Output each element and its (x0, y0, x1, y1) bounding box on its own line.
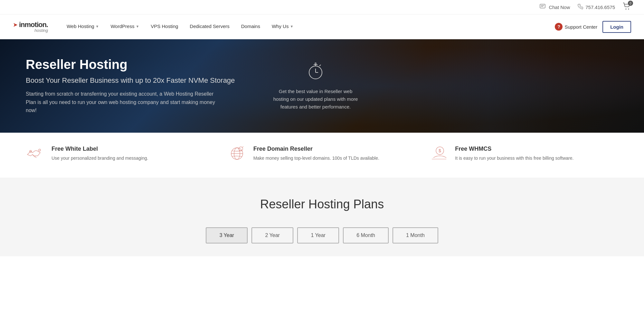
support-center-link[interactable]: ? Support Center (555, 23, 597, 31)
phone-icon (578, 4, 583, 11)
handshake-icon (26, 146, 45, 165)
feature-white-label: Free White Label Use your personalized b… (26, 146, 215, 165)
chat-icon (540, 4, 547, 11)
nav-item-dedicated-servers[interactable]: Dedicated Servers (184, 14, 235, 39)
nav-item-why-us[interactable]: Why Us ▼ (266, 14, 299, 39)
globe-icon (228, 146, 247, 165)
feature-domain-reseller-desc: Make money selling top-level domains. 10… (253, 155, 379, 162)
nav-label-vps-hosting: VPS Hosting (151, 24, 178, 29)
login-button[interactable]: Login (602, 21, 631, 33)
site-logo[interactable]: ➤ inmotion. hosting (13, 18, 48, 36)
nav-item-wordpress[interactable]: WordPress ▼ (105, 14, 145, 39)
svg-line-18 (242, 147, 243, 147)
phone-number: 757.416.6575 (578, 4, 615, 11)
cart-icon[interactable]: 0 (623, 3, 631, 12)
nav-item-domains[interactable]: Domains (235, 14, 266, 39)
feature-domain-reseller: Free Domain Reseller Make money selling … (228, 146, 417, 165)
logo-text-inmotion: inmotion. (19, 21, 48, 28)
hero-subtitle: Boost Your Reseller Business with up to … (26, 76, 251, 85)
support-icon: ? (555, 23, 563, 31)
plan-tab-6month[interactable]: 6 Month (343, 227, 389, 243)
chevron-down-icon: ▼ (290, 24, 293, 28)
nav-label-dedicated-servers: Dedicated Servers (190, 24, 229, 29)
plans-title: Reseller Hosting Plans (13, 197, 631, 211)
nav-item-web-hosting[interactable]: Web Hosting ▼ (61, 14, 105, 39)
svg-point-3 (626, 9, 627, 10)
chevron-down-icon: ▼ (136, 24, 139, 28)
phone-number-text: 757.416.6575 (585, 5, 615, 10)
plan-tab-1month[interactable]: 1 Month (393, 227, 438, 243)
main-nav: ➤ inmotion. hosting Web Hosting ▼ WordPr… (0, 14, 644, 39)
hero-side-panel: Get the best value in Reseller web hosti… (270, 62, 361, 111)
nav-item-vps-hosting[interactable]: VPS Hosting (145, 14, 184, 39)
hero-side-description: Get the best value in Reseller web hosti… (270, 88, 361, 111)
chat-now-button[interactable]: Chat Now (540, 4, 570, 11)
feature-whmcs: $ Free WHMCS It is easy to run your busi… (429, 146, 618, 165)
svg-text:$: $ (439, 148, 441, 153)
svg-line-10 (319, 65, 321, 66)
nav-label-wordpress: WordPress (110, 24, 134, 29)
svg-point-13 (39, 149, 41, 151)
nav-items: Web Hosting ▼ WordPress ▼ VPS Hosting De… (61, 14, 555, 39)
hero-description: Starting from scratch or transferring yo… (26, 90, 219, 115)
plan-tab-3year[interactable]: 3 Year (206, 227, 248, 243)
feature-whmcs-title: Free WHMCS (455, 146, 573, 152)
plans-section: Reseller Hosting Plans 3 Year 2 Year 1 Y… (0, 178, 644, 256)
logo-text-hosting: hosting (13, 28, 48, 33)
hero-content: Reseller Hosting Boost Your Reseller Bus… (26, 57, 251, 115)
timer-icon (270, 62, 361, 84)
feature-white-label-desc: Use your personalized branding and messa… (52, 155, 148, 162)
hero-section: Reseller Hosting Boost Your Reseller Bus… (0, 39, 644, 133)
plan-tab-1year[interactable]: 1 Year (297, 227, 339, 243)
feature-domain-reseller-text: Free Domain Reseller Make money selling … (253, 146, 379, 162)
feature-whmcs-text: Free WHMCS It is easy to run your busine… (455, 146, 573, 162)
svg-point-11 (315, 63, 316, 64)
chat-label: Chat Now (549, 5, 570, 10)
logo-arrow-icon: ➤ (13, 22, 18, 28)
svg-point-4 (628, 9, 629, 10)
features-section: Free White Label Use your personalized b… (0, 133, 644, 178)
nav-right: ? Support Center Login (555, 21, 631, 33)
chevron-down-icon: ▼ (96, 24, 99, 28)
feature-domain-reseller-title: Free Domain Reseller (253, 146, 379, 152)
nav-label-domains: Domains (241, 24, 260, 29)
support-center-label: Support Center (564, 24, 597, 30)
cart-count: 0 (628, 1, 633, 6)
feature-white-label-title: Free White Label (52, 146, 148, 152)
top-bar: Chat Now 757.416.6575 0 (0, 0, 644, 14)
plan-tab-2year[interactable]: 2 Year (251, 227, 293, 243)
hero-title: Reseller Hosting (26, 57, 251, 72)
nav-label-why-us: Why Us (272, 24, 289, 29)
feature-white-label-text: Free White Label Use your personalized b… (52, 146, 148, 162)
feature-whmcs-desc: It is easy to run your business with thi… (455, 155, 573, 162)
nav-label-web-hosting: Web Hosting (67, 24, 94, 29)
svg-rect-0 (540, 4, 545, 8)
plans-tabs: 3 Year 2 Year 1 Year 6 Month 1 Month (13, 227, 631, 243)
dollar-icon: $ (429, 146, 449, 165)
